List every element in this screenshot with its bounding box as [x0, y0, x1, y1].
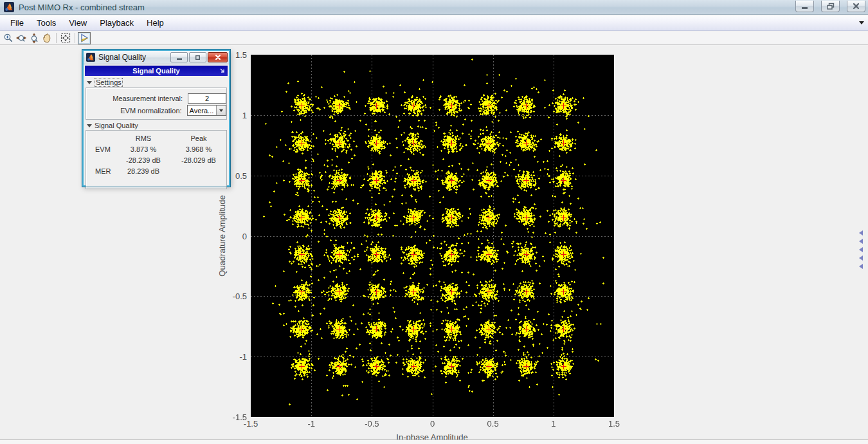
- y-tick-label: 1: [219, 111, 247, 120]
- y-tick-label: 0: [219, 232, 247, 241]
- col-header-peak: Peak: [171, 134, 226, 145]
- menu-bar: File Tools View Playback Help: [0, 15, 868, 31]
- toolbar: [0, 32, 868, 45]
- evm-rms-value: 3.873 %: [116, 145, 171, 156]
- dialog-panel-header-label: Signal Quality: [132, 67, 179, 75]
- measurement-interval-input[interactable]: [188, 93, 226, 104]
- fit-to-view-icon[interactable]: [59, 32, 72, 44]
- x-tick-label: 0.5: [479, 419, 507, 429]
- row-label: EVM: [86, 145, 116, 156]
- matlab-app-icon: [4, 2, 14, 12]
- y-tick-label: -0.5: [219, 291, 247, 301]
- signal-quality-dialog: Signal Quality Signal Qual: [82, 50, 230, 187]
- zoom-x-icon[interactable]: [15, 32, 28, 44]
- minimize-icon[interactable]: [795, 1, 814, 12]
- left-arrow-icon: [859, 264, 863, 269]
- evm-peak-db-value: -28.029 dB: [171, 156, 226, 167]
- settings-expander[interactable]: Settings: [87, 78, 229, 87]
- window-title: Post MIMO Rx - combined stream: [19, 3, 145, 12]
- dialog-panel-header[interactable]: Signal Quality: [85, 66, 228, 76]
- dialog-title-bar[interactable]: Signal Quality: [84, 51, 229, 64]
- y-tick-label: 0.5: [219, 171, 247, 181]
- row-label: [86, 156, 116, 167]
- row-label: MER: [86, 167, 116, 178]
- x-tick-label: 0: [419, 419, 447, 429]
- left-arrow-icon: [859, 247, 863, 252]
- results-panel: RMS Peak EVM 3.873 % 3.968 % -28.239 dB …: [86, 130, 227, 189]
- left-arrow-icon: [859, 255, 863, 261]
- collapse-triangle-icon: [87, 81, 92, 84]
- settings-expander-label: Settings: [95, 78, 123, 87]
- panel-expand-handle[interactable]: [859, 230, 863, 269]
- left-arrow-icon: [859, 239, 863, 244]
- evm-normalization-label: EVM normalization:: [86, 107, 182, 115]
- collapse-triangle-icon: [87, 124, 92, 127]
- menu-tools[interactable]: Tools: [30, 16, 62, 30]
- x-tick-label: 1.5: [600, 419, 628, 429]
- evm-normalization-value: Avera...: [188, 107, 216, 115]
- status-bar: [0, 439, 868, 444]
- evm-rms-db-value: -28.239 dB: [116, 156, 171, 167]
- y-tick-label: -1.5: [219, 412, 247, 422]
- signal-quality-expander-label: Signal Quality: [95, 122, 138, 129]
- table-row: -28.239 dB -28.029 dB: [86, 156, 226, 167]
- x-tick-label: 1: [539, 419, 568, 429]
- app-window: Post MIMO Rx - combined stream File Tool…: [0, 0, 868, 444]
- run-icon[interactable]: [78, 32, 91, 44]
- zoom-in-icon[interactable]: [2, 32, 15, 44]
- menu-overflow-arrow-icon[interactable]: [859, 21, 864, 24]
- y-tick-label: 1.5: [219, 50, 247, 60]
- y-tick-label: -1: [219, 352, 247, 362]
- menu-view[interactable]: View: [62, 16, 93, 30]
- zoom-y-icon[interactable]: [28, 32, 41, 44]
- table-row: EVM 3.873 % 3.968 %: [86, 145, 226, 156]
- undock-arrow-icon[interactable]: [220, 68, 225, 73]
- mer-value: 28.239 dB: [116, 167, 171, 178]
- menu-playback[interactable]: Playback: [93, 16, 140, 30]
- x-tick-label: -1: [297, 419, 325, 429]
- restore-icon[interactable]: [821, 1, 840, 12]
- title-bar: Post MIMO Rx - combined stream: [0, 0, 868, 15]
- dialog-minimize-icon[interactable]: [170, 52, 188, 62]
- x-tick-label: -0.5: [357, 419, 386, 429]
- menu-help[interactable]: Help: [140, 16, 170, 30]
- measurement-interval-label: Measurement interval:: [86, 95, 183, 102]
- col-header-rms: RMS: [116, 134, 171, 145]
- evm-peak-value: 3.968 %: [171, 145, 226, 156]
- dialog-title: Signal Quality: [98, 53, 146, 62]
- constellation-plot[interactable]: [251, 55, 614, 417]
- left-arrow-icon: [859, 230, 863, 236]
- close-icon[interactable]: [847, 1, 865, 12]
- figure-area: In-phase Amplitude Quadrature Amplitude …: [0, 45, 868, 439]
- toolbar-separator: [56, 33, 57, 43]
- matlab-app-icon: [86, 53, 95, 62]
- table-row: MER 28.239 dB: [86, 167, 226, 178]
- toolbar-separator: [75, 33, 75, 43]
- settings-panel: Measurement interval: EVM normalization:…: [86, 88, 227, 120]
- pan-icon[interactable]: [41, 32, 53, 44]
- menu-file[interactable]: File: [4, 16, 30, 30]
- signal-quality-expander[interactable]: Signal Quality: [87, 122, 229, 129]
- table-header-row: RMS Peak: [86, 134, 226, 145]
- dialog-restore-icon[interactable]: [189, 52, 206, 62]
